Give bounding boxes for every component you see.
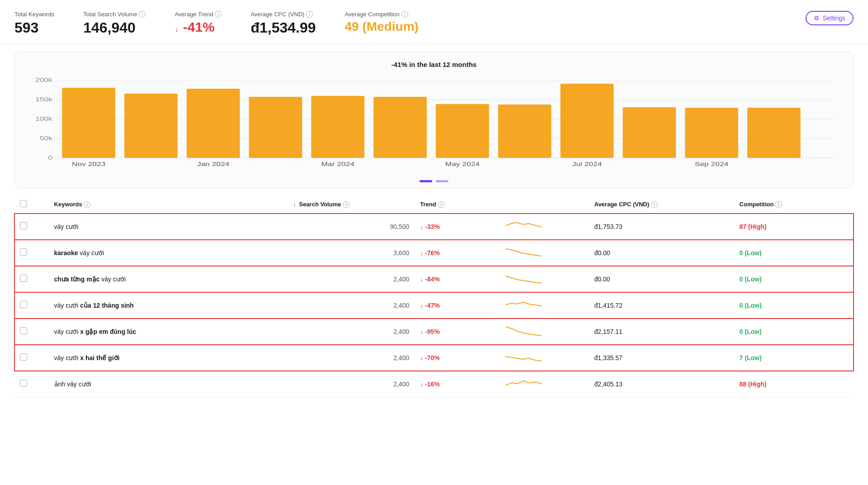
- bar-sep2024: [685, 108, 738, 158]
- avg-competition-info-icon[interactable]: i: [401, 11, 408, 18]
- row-checkbox[interactable]: [20, 275, 27, 282]
- row-competition: 7 (Low): [734, 345, 854, 371]
- metrics-bar: Total Keywords 593 Total Search Volume i…: [0, 0, 868, 44]
- bar-aug2024: [623, 107, 676, 158]
- row-checkbox[interactable]: [20, 222, 27, 229]
- header-checkbox-col: [14, 195, 49, 214]
- bar-oct2024: [747, 108, 801, 158]
- metric-avg-competition-value: 49 (Medium): [345, 19, 419, 34]
- row-cpc: đ1,335.57: [589, 345, 734, 371]
- row-cpc: đ0.00: [589, 240, 734, 266]
- table-row: ảnh váy cưới 2,400 ↓ -16% đ2,405.13 88 (…: [14, 371, 854, 397]
- metric-search-volume-label: Total Search Volume i: [83, 11, 146, 18]
- row-sparkline: [500, 266, 589, 292]
- competition-col-info-icon[interactable]: i: [775, 201, 782, 208]
- row-checkbox[interactable]: [20, 380, 27, 387]
- row-keyword: váy cưới của 12 tháng sinh: [49, 292, 288, 319]
- row-trend: ↓ -70%: [415, 345, 500, 371]
- svg-text:Jan 2024: Jan 2024: [197, 161, 230, 167]
- svg-text:150k: 150k: [35, 96, 52, 102]
- svg-text:Mar 2024: Mar 2024: [321, 161, 355, 167]
- row-trend: ↓ -76%: [415, 240, 500, 266]
- metric-avg-trend-label: Average Trend i: [175, 11, 222, 18]
- keywords-col-info-icon[interactable]: i: [84, 201, 90, 208]
- keywords-table-section: Keywords i ↓ Search Volume i Trend i Ave…: [14, 195, 854, 397]
- gear-icon: ⚙: [814, 14, 820, 22]
- row-checkbox[interactable]: [20, 301, 27, 308]
- row-sparkline: [500, 292, 589, 319]
- table-row: váy cưới x hai thế giới 2,400 ↓ -70% đ1,…: [14, 345, 854, 371]
- row-cpc: đ1,753.73: [589, 214, 734, 240]
- metric-avg-cpc: Average CPC (VND) i đ1,534.99: [250, 11, 316, 36]
- table-body: váy cưới 90,500 ↓ -33% đ1,753.73 87 (Hig…: [14, 214, 854, 397]
- header-trend-chart: [500, 195, 589, 214]
- metric-search-volume: Total Search Volume i 146,940: [83, 11, 146, 36]
- row-volume: 90,500: [288, 214, 415, 240]
- row-competition: 0 (Low): [734, 319, 854, 345]
- row-volume: 2,400: [288, 292, 415, 319]
- metric-avg-trend-value: ↓ -41%: [175, 19, 222, 35]
- bar-feb2024: [249, 97, 302, 158]
- metric-search-volume-value: 146,940: [83, 19, 146, 36]
- svg-text:May 2024: May 2024: [445, 161, 480, 167]
- row-volume: 2,400: [288, 345, 415, 371]
- row-checkbox[interactable]: [20, 248, 27, 256]
- sparkline-svg: [505, 350, 542, 364]
- row-competition: 87 (High): [734, 214, 854, 240]
- bar-nov2023: [62, 88, 115, 158]
- row-sparkline: [500, 345, 589, 371]
- row-trend: ↓ -33%: [415, 214, 500, 240]
- metric-avg-cpc-value: đ1,534.99: [250, 19, 316, 36]
- row-keyword: váy cưới x gặp em đúng lúc: [49, 319, 288, 345]
- row-checkbox-col: [14, 319, 49, 345]
- row-checkbox[interactable]: [20, 353, 27, 361]
- header-keyword: Keywords i: [49, 195, 288, 214]
- svg-text:50k: 50k: [40, 135, 52, 141]
- row-keyword: karaoke váy cưới: [49, 240, 288, 266]
- row-competition: 0 (Low): [734, 292, 854, 319]
- row-trend: ↓ -84%: [415, 266, 500, 292]
- row-checkbox[interactable]: [20, 327, 27, 334]
- search-volume-info-icon[interactable]: i: [139, 11, 146, 18]
- avg-cpc-info-icon[interactable]: i: [306, 11, 313, 18]
- bar-may2024: [436, 104, 489, 158]
- bar-chart: 200k 150k 100k 50k 0: [26, 76, 842, 175]
- cpc-col-info-icon[interactable]: i: [651, 201, 658, 208]
- bar-jan2024: [187, 89, 240, 158]
- bar-jun2024: [498, 105, 552, 158]
- keywords-table: Keywords i ↓ Search Volume i Trend i Ave…: [14, 195, 854, 397]
- trend-chart-section: -41% in the last 12 months 200k 150k 100…: [14, 51, 854, 188]
- svg-text:0: 0: [48, 154, 52, 161]
- sort-down-icon: ↓: [293, 201, 296, 208]
- metric-avg-competition-label: Average Competition i: [345, 11, 419, 18]
- legend-dot-current: [420, 180, 432, 182]
- trend-down-icon: ↓: [175, 25, 178, 33]
- row-volume: 2,400: [288, 371, 415, 397]
- header-volume[interactable]: ↓ Search Volume i: [288, 195, 415, 214]
- row-checkbox-col: [14, 214, 49, 240]
- table-row: váy cưới của 12 tháng sinh 2,400 ↓ -47% …: [14, 292, 854, 319]
- metric-avg-competition: Average Competition i 49 (Medium): [345, 11, 419, 34]
- metric-avg-cpc-label: Average CPC (VND) i: [250, 11, 316, 18]
- chart-legend: [26, 180, 842, 182]
- row-trend: ↓ -16%: [415, 371, 500, 397]
- select-all-checkbox[interactable]: [20, 200, 27, 207]
- row-cpc: đ0.00: [589, 266, 734, 292]
- bar-jul2024: [561, 84, 614, 158]
- svg-text:Sep 2024: Sep 2024: [695, 161, 729, 167]
- sparkline-svg: [505, 376, 542, 390]
- trend-col-info-icon[interactable]: i: [438, 201, 444, 208]
- sparkline-svg: [505, 271, 542, 285]
- sparkline-svg: [505, 245, 542, 259]
- metric-avg-trend: Average Trend i ↓ -41%: [175, 11, 222, 35]
- settings-button[interactable]: ⚙ Settings: [806, 11, 854, 25]
- sparkline-svg: [505, 324, 542, 338]
- row-checkbox-col: [14, 292, 49, 319]
- header-trend: Trend i: [415, 195, 500, 214]
- volume-col-info-icon[interactable]: i: [343, 201, 349, 208]
- avg-trend-info-icon[interactable]: i: [215, 11, 222, 18]
- metric-total-keywords-label: Total Keywords: [14, 11, 54, 18]
- row-trend: ↓ -47%: [415, 292, 500, 319]
- metric-total-keywords-value: 593: [14, 19, 54, 36]
- row-checkbox-col: [14, 266, 49, 292]
